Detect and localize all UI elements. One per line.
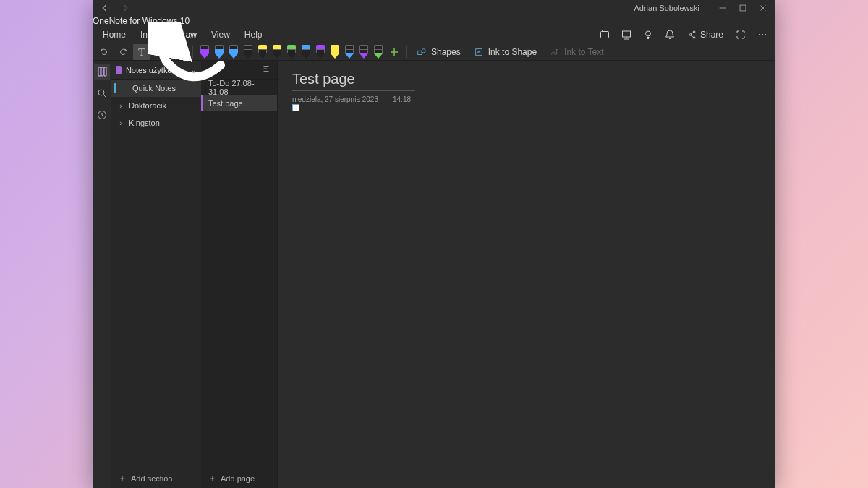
redo-button[interactable] [114, 44, 132, 60]
svg-point-15 [98, 90, 104, 95]
highlighter-blue[interactable] [300, 45, 312, 59]
notebook-icon [116, 66, 122, 74]
pages-pane: To-Do 27.08-31.08Test page ＋ Add page [201, 61, 278, 488]
page-title[interactable]: Test page [292, 71, 415, 91]
svg-rect-12 [418, 51, 422, 54]
nav-rail [93, 61, 111, 488]
svg-point-5 [693, 31, 695, 33]
expand-icon: › [117, 101, 124, 110]
present-icon[interactable] [616, 26, 637, 43]
svg-point-10 [765, 34, 766, 35]
chevron-down-icon: ⌄ [190, 65, 197, 74]
window-minimize[interactable] [715, 1, 731, 15]
svg-point-6 [693, 37, 695, 39]
shapes-button[interactable]: Shapes [411, 44, 467, 60]
undo-button[interactable] [95, 44, 113, 60]
user-name[interactable]: Adrian Sobolewski [629, 4, 706, 12]
sort-icon[interactable] [261, 64, 271, 76]
add-pen-button[interactable] [387, 45, 401, 59]
page-meta: niedziela, 27 sierpnia 2023 14:18 [292, 95, 761, 103]
notebook-name: Notes użytkownika Adrian [126, 66, 186, 74]
notebook-header[interactable]: Notes użytkownika Adrian ⌄ [111, 61, 201, 80]
sections-list: Quick Notes›Doktoracik›Kingston [111, 80, 201, 132]
rail-notebooks-icon[interactable] [94, 64, 110, 80]
app-title: OneNote for Windows 10 [93, 16, 775, 26]
share-label: Share [700, 30, 723, 40]
add-section-button[interactable]: ＋ Add section [111, 468, 201, 488]
page-item[interactable]: To-Do 27.08-31.08 [201, 80, 277, 95]
ink-to-text-button: Ink to Text [544, 44, 609, 60]
section-item[interactable]: Quick Notes [111, 80, 201, 97]
svg-point-9 [762, 34, 763, 35]
pen-gallery [197, 45, 386, 59]
pen-blue[interactable] [213, 45, 225, 59]
ink-to-shape-button[interactable]: Ink to Shape [468, 44, 542, 60]
svg-rect-1 [600, 32, 608, 38]
menu-home[interactable]: Home [95, 27, 133, 43]
page-date: niedziela, 27 sierpnia 2023 [292, 95, 378, 103]
svg-point-11 [158, 48, 164, 53]
share-button[interactable]: Share [681, 26, 729, 43]
highlighter-yellow-2[interactable] [271, 45, 283, 59]
onenote-window: Adrian Sobolewski OneNote for Windows 10… [93, 0, 775, 488]
window-close[interactable] [755, 1, 771, 15]
svg-point-2 [602, 30, 603, 32]
menu-view[interactable]: View [204, 27, 237, 43]
highlighter-yellow[interactable] [257, 45, 268, 59]
svg-rect-3 [622, 31, 630, 37]
menu-insert[interactable]: Insert [133, 27, 169, 43]
svg-point-7 [689, 34, 692, 36]
selection-handle[interactable] [292, 104, 299, 111]
highlighter-purple[interactable] [315, 45, 326, 59]
page-time: 14:18 [393, 95, 411, 103]
pen-purple-tip[interactable] [358, 45, 370, 59]
svg-point-4 [645, 31, 650, 36]
svg-point-13 [422, 48, 425, 52]
forward-button[interactable] [117, 1, 133, 15]
rail-search-icon[interactable] [94, 85, 110, 101]
highlighter-solid-yellow[interactable] [329, 45, 341, 59]
expand-icon: › [117, 119, 124, 127]
eraser-button[interactable] [171, 44, 188, 60]
lasso-button[interactable] [152, 44, 169, 60]
highlighter-green[interactable] [286, 45, 297, 59]
titlebar: Adrian Sobolewski [93, 0, 775, 16]
sections-pane: Notes użytkownika Adrian ⌄ Quick Notes›D… [111, 61, 201, 488]
pen-purple[interactable] [199, 45, 210, 59]
add-page-button[interactable]: ＋ Add page [201, 468, 277, 488]
page-item[interactable]: Test page [201, 95, 277, 111]
pen-blue-2[interactable] [228, 45, 239, 59]
menubar: Home Insert Draw View Help Share [93, 26, 775, 43]
section-item[interactable]: ›Doktoracik [111, 97, 201, 114]
more-icon[interactable] [752, 26, 773, 43]
canvas[interactable]: Test page niedziela, 27 sierpnia 2023 14… [278, 61, 775, 488]
pages-header [201, 61, 277, 80]
bulb-icon[interactable] [638, 26, 658, 43]
pen-blue-tip[interactable] [344, 45, 355, 59]
fullscreen-icon[interactable] [731, 26, 751, 43]
window-maximize[interactable] [735, 1, 751, 15]
svg-rect-0 [740, 5, 746, 11]
menu-draw[interactable]: Draw [169, 27, 204, 43]
bell-icon[interactable] [660, 26, 680, 43]
pages-list: To-Do 27.08-31.08Test page [201, 80, 277, 111]
ribbon-draw: Shapes Ink to Shape Ink to Text [93, 43, 775, 61]
back-button[interactable] [97, 1, 113, 15]
pen-green-tip[interactable] [373, 45, 384, 59]
svg-point-8 [759, 34, 760, 35]
section-item[interactable]: ›Kingston [111, 114, 201, 132]
text-mode-button[interactable] [133, 44, 150, 60]
rail-recent-icon[interactable] [94, 107, 110, 123]
menu-help[interactable]: Help [237, 27, 270, 43]
content: Notes użytkownika Adrian ⌄ Quick Notes›D… [93, 61, 775, 488]
pen-black[interactable] [242, 45, 254, 59]
meeting-icon[interactable] [595, 26, 615, 43]
